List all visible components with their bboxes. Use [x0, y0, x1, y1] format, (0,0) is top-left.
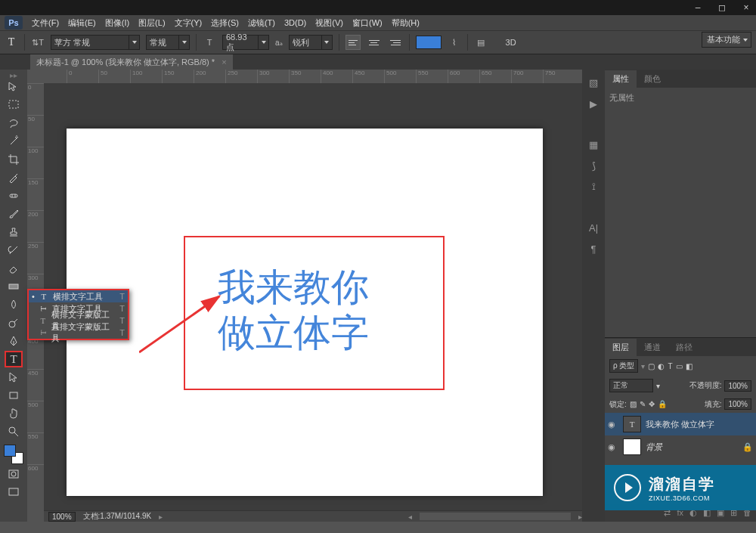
close-button[interactable]: ×: [741, 2, 751, 13]
history-panel-icon[interactable]: ▧: [585, 74, 602, 91]
path-selection-tool[interactable]: [5, 369, 23, 386]
brush-tool[interactable]: [5, 206, 23, 222]
warp-text-button[interactable]: ⌇: [448, 36, 461, 49]
layer-name[interactable]: 我来教你 做立体字: [646, 419, 714, 430]
zoom-tool[interactable]: [5, 423, 23, 440]
visibility-icon[interactable]: ◉: [608, 420, 618, 429]
hand-tool[interactable]: [5, 405, 23, 422]
paragraph-panel-icon[interactable]: ¶: [585, 240, 602, 257]
lock-move-icon[interactable]: ✥: [649, 400, 655, 408]
align-center-button[interactable]: [367, 35, 382, 50]
history-brush-tool[interactable]: [5, 242, 23, 259]
layer-row-background[interactable]: ◉ 背景 🔒: [605, 435, 756, 458]
scroll-left-icon[interactable]: ◂: [408, 513, 412, 521]
align-left-button[interactable]: [345, 35, 361, 50]
menu-help[interactable]: 帮助(H): [387, 17, 424, 29]
filter-type-icon[interactable]: T: [668, 362, 672, 370]
brushes-panel-icon[interactable]: ⟆: [585, 157, 602, 174]
3d-button[interactable]: 3D: [506, 38, 516, 47]
antialias-select[interactable]: 锐利: [289, 35, 322, 50]
document-canvas[interactable]: 我来教你 做立体字: [67, 129, 543, 496]
character-panel-icon[interactable]: A|: [585, 219, 602, 236]
doc-info-dropdown-icon[interactable]: ▸: [159, 513, 163, 521]
styles-panel-icon[interactable]: ⟟: [585, 178, 602, 195]
minimize-button[interactable]: –: [692, 2, 703, 13]
tool-preset-icon[interactable]: T: [5, 36, 18, 49]
antialias-dropdown-icon[interactable]: [322, 35, 333, 50]
gradient-tool[interactable]: [5, 278, 23, 295]
menu-layer[interactable]: 图层(L): [134, 17, 169, 29]
fill-input[interactable]: 100%: [724, 398, 751, 410]
orientation-toggle[interactable]: ⇅T: [31, 36, 45, 49]
font-family-select[interactable]: 苹方 常规: [51, 35, 129, 50]
healing-tool[interactable]: [5, 187, 23, 204]
eyedropper-tool[interactable]: [5, 169, 23, 186]
layer-filter-select[interactable]: ρ 类型: [609, 359, 638, 373]
quickmask-toggle[interactable]: [5, 466, 23, 482]
actions-panel-icon[interactable]: ▶: [585, 95, 602, 112]
menu-edit[interactable]: 编辑(E): [64, 17, 101, 29]
toolbox-grip[interactable]: ▸▸: [5, 71, 23, 77]
restore-button[interactable]: ◻: [717, 2, 727, 13]
document-tab-close[interactable]: ×: [222, 57, 226, 67]
blur-tool[interactable]: [5, 296, 23, 313]
menu-file[interactable]: 文件(F): [27, 17, 64, 29]
align-right-button[interactable]: [388, 35, 403, 50]
lock-all-icon[interactable]: 🔒: [658, 400, 667, 408]
tab-properties[interactable]: 属性: [605, 70, 637, 88]
menu-select[interactable]: 选择(S): [206, 17, 243, 29]
zoom-input[interactable]: 100%: [48, 512, 76, 522]
tab-layers[interactable]: 图层: [605, 339, 637, 356]
document-tab[interactable]: 未标题-1 @ 100% (我来教你 做立体字, RGB/8) * ×: [30, 54, 233, 70]
opacity-input[interactable]: 100%: [724, 380, 751, 392]
crop-tool[interactable]: [5, 151, 23, 168]
font-size-input[interactable]: 68.93 点: [222, 35, 259, 50]
menu-3d[interactable]: 3D(D): [280, 18, 311, 27]
stamp-tool[interactable]: [5, 224, 23, 240]
layer-row-text[interactable]: ◉ T 我来教你 做立体字: [605, 413, 756, 435]
filter-adjust-icon[interactable]: ◐: [658, 362, 665, 370]
foreground-color[interactable]: [4, 445, 16, 457]
character-panel-button[interactable]: ▤: [474, 36, 488, 49]
eraser-tool[interactable]: [5, 260, 23, 277]
dodge-tool[interactable]: [5, 315, 23, 331]
marquee-tool[interactable]: [5, 97, 23, 113]
scroll-right-icon[interactable]: ▸: [578, 513, 582, 521]
filter-smart-icon[interactable]: ◧: [686, 362, 692, 370]
annotation-arrow: [139, 292, 230, 360]
menu-view[interactable]: 视图(V): [311, 17, 348, 29]
swatches-panel-icon[interactable]: ▦: [585, 136, 602, 153]
layer-name[interactable]: 背景: [646, 442, 662, 453]
color-swatches[interactable]: [4, 445, 23, 464]
menu-window[interactable]: 窗口(W): [348, 17, 387, 29]
type-tool[interactable]: T: [5, 351, 23, 367]
font-style-select[interactable]: 常规: [146, 35, 179, 50]
canvas-text[interactable]: 我来教你 做立体字: [218, 265, 369, 355]
menu-type[interactable]: 文字(Y): [170, 17, 207, 29]
flyout-horizontal-type[interactable]: •T 横排文字工具T: [29, 290, 128, 302]
text-color-swatch[interactable]: [416, 36, 442, 49]
font-style-dropdown-icon[interactable]: [179, 35, 190, 50]
font-size-dropdown-icon[interactable]: [259, 35, 269, 50]
pen-tool[interactable]: [5, 333, 23, 349]
shape-tool[interactable]: [5, 387, 23, 404]
workspace-switcher[interactable]: 基本功能: [702, 32, 751, 48]
tab-paths[interactable]: 路径: [668, 339, 700, 356]
flyout-vertical-type-mask[interactable]: T 直排文字蒙版工具T: [29, 327, 128, 339]
tab-color[interactable]: 颜色: [637, 70, 668, 88]
blend-mode-select[interactable]: 正常: [609, 379, 653, 392]
filter-image-icon[interactable]: ▢: [648, 362, 655, 370]
menu-image[interactable]: 图像(I): [101, 17, 134, 29]
visibility-icon[interactable]: ◉: [608, 442, 618, 452]
lock-paint-icon[interactable]: ✎: [640, 400, 646, 408]
scroll-thumb-h[interactable]: [420, 513, 571, 520]
lock-pixels-icon[interactable]: ▨: [630, 400, 637, 408]
magic-wand-tool[interactable]: [5, 133, 23, 150]
lasso-tool[interactable]: [5, 115, 23, 132]
menu-filter[interactable]: 滤镜(T): [243, 17, 280, 29]
tab-channels[interactable]: 通道: [637, 339, 668, 356]
font-family-dropdown-icon[interactable]: [129, 35, 140, 50]
filter-shape-icon[interactable]: ▭: [676, 362, 683, 370]
screenmode-toggle[interactable]: [5, 484, 23, 500]
move-tool[interactable]: [5, 79, 23, 95]
